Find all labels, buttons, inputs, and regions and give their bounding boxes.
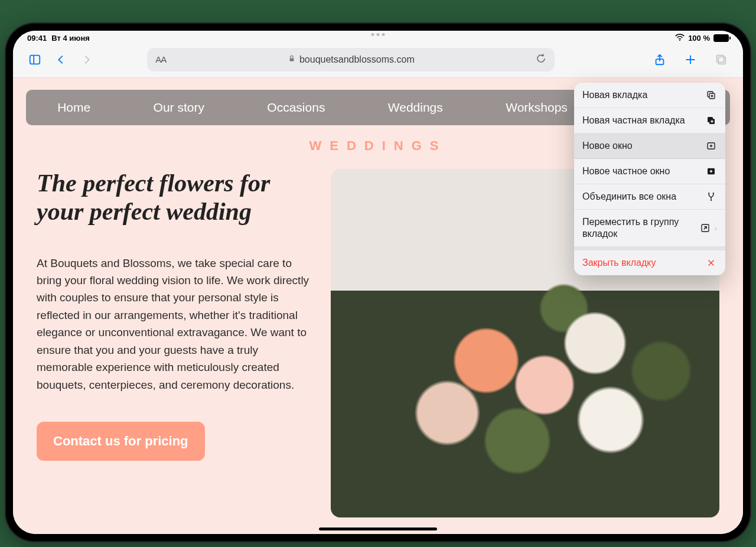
browser-toolbar: AA bouquetsandblossoms.com (13, 45, 743, 78)
headline: The perfect flowers for your perfect wed… (37, 169, 314, 226)
nav-workshops[interactable]: Workshops (498, 100, 575, 115)
wifi-icon (675, 34, 685, 43)
forward-icon (77, 50, 97, 70)
svg-point-0 (679, 40, 680, 41)
tab-context-menu: Новая вкладка Новая частная вкладка Ново… (574, 83, 725, 275)
reader-aa-icon[interactable]: AA (155, 54, 166, 64)
tabs-icon[interactable] (711, 50, 731, 70)
nav-home[interactable]: Home (50, 100, 97, 115)
x-icon (705, 258, 717, 268)
merge-icon (705, 191, 717, 202)
svg-rect-3 (289, 58, 294, 61)
svg-point-24 (711, 200, 712, 201)
share-icon[interactable] (650, 50, 670, 70)
battery-text: 100 % (688, 34, 710, 43)
sidebar-icon[interactable] (25, 50, 45, 70)
svg-rect-8 (717, 55, 724, 62)
menu-new-private-tab[interactable]: Новая частная вкладка (574, 108, 725, 134)
screen: 09:41 Вт 4 июня 100 % (13, 31, 743, 534)
menu-merge-windows[interactable]: Объединить все окна (574, 184, 725, 210)
nav-occasions[interactable]: Occasions (260, 100, 332, 115)
address-domain: bouquetsandblossoms.com (299, 54, 415, 65)
cta-button[interactable]: Contact us for pricing (37, 422, 205, 461)
status-date: Вт 4 июня (51, 34, 90, 43)
menu-new-private-window[interactable]: Новое частное окно (574, 159, 725, 184)
window-plus-icon (705, 141, 717, 151)
nav-weddings[interactable]: Weddings (381, 100, 450, 115)
body-text: At Bouquets and Blossoms, we take specia… (37, 255, 314, 394)
status-time: 09:41 (27, 34, 47, 43)
svg-rect-1 (30, 55, 40, 64)
svg-point-23 (713, 193, 714, 194)
menu-new-window[interactable]: Новое окно (574, 134, 725, 159)
address-bar[interactable]: AA bouquetsandblossoms.com (147, 48, 555, 71)
ipad-frame: 09:41 Вт 4 июня 100 % (6, 24, 750, 541)
home-indicator[interactable] (319, 528, 437, 530)
nav-our-story[interactable]: Our story (146, 100, 211, 115)
menu-move-to-group[interactable]: Переместить в группу вкладок › (574, 210, 725, 247)
reload-icon[interactable] (536, 53, 546, 66)
copy-plus-icon (705, 90, 717, 100)
svg-rect-7 (718, 57, 725, 64)
menu-new-tab[interactable]: Новая вкладка (574, 83, 725, 108)
multitask-dots[interactable] (372, 33, 385, 36)
new-tab-icon[interactable] (680, 50, 700, 70)
status-bar: 09:41 Вт 4 июня 100 % (13, 31, 743, 45)
chevron-right-icon: › (715, 224, 717, 233)
arrow-box-icon (699, 223, 711, 233)
copy-plus-fill-icon (705, 115, 717, 126)
back-icon[interactable] (51, 50, 71, 70)
svg-point-22 (708, 193, 709, 194)
window-plus-fill-icon (705, 166, 717, 177)
battery-icon (713, 34, 729, 42)
menu-close-tab[interactable]: Закрыть вкладку (574, 250, 725, 275)
lock-icon (288, 54, 296, 65)
